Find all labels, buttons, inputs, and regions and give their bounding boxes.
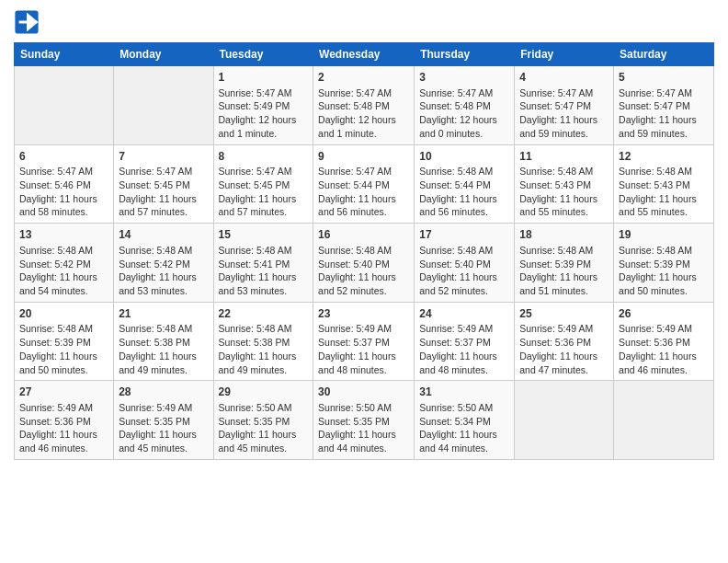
cell-text: Sunset: 5:42 PM	[119, 258, 208, 271]
cell-text: Sunset: 5:38 PM	[219, 336, 309, 350]
cell-text: Daylight: 11 hours and 48 minutes.	[419, 350, 509, 376]
cell-text: Sunrise: 5:48 AM	[619, 165, 709, 178]
week-row-0: 1Sunrise: 5:47 AMSunset: 5:49 PMDaylight…	[15, 66, 714, 145]
cell-text: Daylight: 11 hours and 55 minutes.	[619, 192, 709, 219]
cell-text: Sunrise: 5:49 AM	[419, 322, 509, 336]
cell-text: Sunset: 5:49 PM	[219, 99, 309, 113]
cell-text: Sunrise: 5:47 AM	[219, 165, 309, 178]
calendar-cell: 5Sunrise: 5:47 AMSunset: 5:47 PMDaylight…	[614, 66, 714, 145]
calendar-cell: 4Sunrise: 5:47 AMSunset: 5:47 PMDaylight…	[515, 66, 614, 145]
cell-text: Sunset: 5:45 PM	[119, 178, 208, 192]
cell-text: Sunset: 5:46 PM	[19, 178, 108, 192]
cell-text: Sunrise: 5:50 AM	[219, 401, 309, 415]
calendar-cell: 7Sunrise: 5:47 AMSunset: 5:45 PMDaylight…	[114, 144, 213, 224]
week-row-4: 27Sunrise: 5:49 AMSunset: 5:36 PMDayligh…	[15, 381, 714, 460]
calendar-header-row: SundayMondayTuesdayWednesdayThursdayFrid…	[15, 43, 714, 66]
calendar-cell: 27Sunrise: 5:49 AMSunset: 5:36 PMDayligh…	[15, 381, 114, 460]
cell-text: Sunset: 5:39 PM	[519, 258, 609, 271]
day-header-friday: Friday	[515, 43, 614, 66]
cell-text: Daylight: 11 hours and 55 minutes.	[519, 192, 609, 219]
cell-text: Sunset: 5:36 PM	[19, 415, 108, 429]
calendar-cell	[114, 66, 213, 145]
day-header-tuesday: Tuesday	[213, 43, 313, 66]
day-number: 1	[219, 70, 309, 86]
calendar-cell: 31Sunrise: 5:50 AMSunset: 5:34 PMDayligh…	[415, 381, 515, 460]
logo	[14, 9, 41, 35]
day-number: 17	[419, 227, 509, 243]
cell-text: Sunset: 5:35 PM	[119, 415, 208, 429]
day-number: 5	[619, 70, 709, 86]
calendar-cell: 12Sunrise: 5:48 AMSunset: 5:43 PMDayligh…	[614, 144, 714, 224]
cell-text: Daylight: 11 hours and 52 minutes.	[419, 270, 509, 297]
cell-text: Daylight: 11 hours and 44 minutes.	[318, 428, 409, 454]
cell-text: Sunset: 5:39 PM	[19, 336, 108, 350]
calendar-cell: 25Sunrise: 5:49 AMSunset: 5:36 PMDayligh…	[515, 302, 614, 381]
calendar-cell	[15, 66, 114, 145]
cell-text: Daylight: 11 hours and 57 minutes.	[119, 192, 208, 219]
cell-text: Sunrise: 5:48 AM	[19, 322, 108, 336]
cell-text: Sunset: 5:36 PM	[519, 336, 609, 350]
day-number: 13	[19, 227, 108, 243]
day-header-monday: Monday	[114, 43, 213, 66]
calendar-cell: 3Sunrise: 5:47 AMSunset: 5:48 PMDaylight…	[415, 66, 515, 145]
cell-text: Sunrise: 5:48 AM	[419, 165, 509, 178]
cell-text: Sunset: 5:48 PM	[419, 99, 509, 113]
week-row-2: 13Sunrise: 5:48 AMSunset: 5:42 PMDayligh…	[15, 224, 714, 303]
day-number: 7	[119, 149, 208, 165]
cell-text: Daylight: 12 hours and 1 minute.	[318, 113, 409, 140]
cell-text: Sunrise: 5:50 AM	[419, 401, 509, 415]
day-number: 24	[419, 306, 509, 322]
day-header-thursday: Thursday	[415, 43, 515, 66]
day-number: 27	[19, 385, 108, 400]
cell-text: Sunset: 5:44 PM	[318, 178, 409, 192]
calendar-cell: 20Sunrise: 5:48 AMSunset: 5:39 PMDayligh…	[15, 302, 114, 381]
day-number: 12	[619, 149, 709, 165]
calendar-cell: 6Sunrise: 5:47 AMSunset: 5:46 PMDaylight…	[15, 144, 114, 224]
logo-icon	[14, 9, 40, 35]
cell-text: Sunrise: 5:47 AM	[318, 165, 409, 178]
day-number: 19	[619, 227, 709, 243]
cell-text: Sunrise: 5:47 AM	[519, 86, 609, 100]
day-number: 29	[219, 385, 309, 400]
cell-text: Sunset: 5:47 PM	[619, 99, 709, 113]
cell-text: Sunrise: 5:49 AM	[119, 401, 208, 415]
cell-text: Daylight: 11 hours and 52 minutes.	[318, 270, 409, 297]
day-number: 14	[119, 227, 208, 243]
cell-text: Sunrise: 5:49 AM	[519, 322, 609, 336]
cell-text: Sunset: 5:47 PM	[519, 99, 609, 113]
cell-text: Sunset: 5:39 PM	[619, 258, 709, 271]
cell-text: Daylight: 12 hours and 1 minute.	[219, 113, 309, 140]
cell-text: Sunrise: 5:47 AM	[419, 86, 509, 100]
calendar-cell: 24Sunrise: 5:49 AMSunset: 5:37 PMDayligh…	[415, 302, 515, 381]
calendar-cell: 18Sunrise: 5:48 AMSunset: 5:39 PMDayligh…	[515, 224, 614, 303]
calendar-cell	[614, 381, 714, 460]
day-number: 30	[318, 385, 409, 400]
cell-text: Sunset: 5:36 PM	[619, 336, 709, 350]
cell-text: Sunset: 5:34 PM	[419, 415, 509, 429]
calendar-cell	[515, 381, 614, 460]
cell-text: Sunset: 5:35 PM	[318, 415, 409, 429]
cell-text: Sunrise: 5:49 AM	[318, 322, 409, 336]
cell-text: Sunrise: 5:47 AM	[219, 86, 309, 100]
calendar-cell: 8Sunrise: 5:47 AMSunset: 5:45 PMDaylight…	[213, 144, 313, 224]
cell-text: Sunrise: 5:48 AM	[318, 244, 409, 258]
cell-text: Sunset: 5:45 PM	[219, 178, 309, 192]
cell-text: Daylight: 11 hours and 54 minutes.	[19, 270, 108, 297]
day-number: 9	[318, 149, 409, 165]
cell-text: Daylight: 11 hours and 49 minutes.	[219, 350, 309, 376]
cell-text: Sunrise: 5:48 AM	[519, 165, 609, 178]
cell-text: Sunset: 5:38 PM	[119, 336, 208, 350]
calendar-cell: 23Sunrise: 5:49 AMSunset: 5:37 PMDayligh…	[313, 302, 415, 381]
cell-text: Daylight: 11 hours and 53 minutes.	[219, 270, 309, 297]
calendar-cell: 1Sunrise: 5:47 AMSunset: 5:49 PMDaylight…	[213, 66, 313, 145]
cell-text: Daylight: 12 hours and 0 minutes.	[419, 113, 509, 140]
cell-text: Daylight: 11 hours and 45 minutes.	[219, 428, 309, 454]
calendar-cell: 11Sunrise: 5:48 AMSunset: 5:43 PMDayligh…	[515, 144, 614, 224]
calendar-cell: 21Sunrise: 5:48 AMSunset: 5:38 PMDayligh…	[114, 302, 213, 381]
day-number: 15	[219, 227, 309, 243]
cell-text: Daylight: 11 hours and 53 minutes.	[119, 270, 208, 297]
cell-text: Daylight: 11 hours and 47 minutes.	[519, 350, 609, 376]
day-number: 10	[419, 149, 509, 165]
day-number: 28	[119, 385, 208, 400]
cell-text: Sunrise: 5:47 AM	[318, 86, 409, 100]
